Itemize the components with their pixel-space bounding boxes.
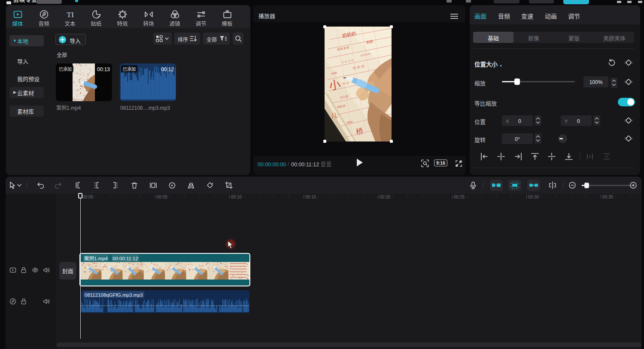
svg-text:qiáo: qiáo bbox=[346, 119, 353, 124]
svg-text:TI: TI bbox=[67, 10, 74, 19]
